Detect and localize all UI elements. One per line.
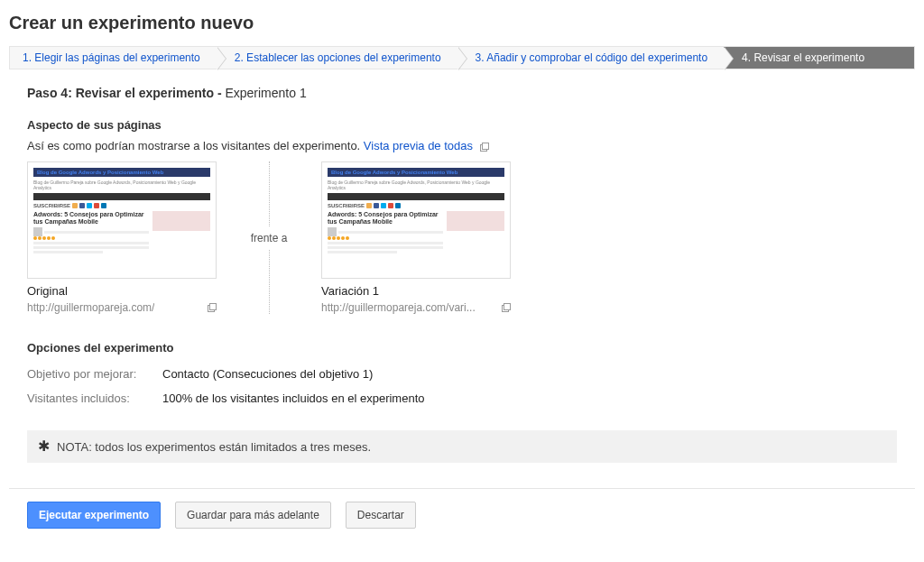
vs-label: frente a (251, 226, 288, 250)
experiment-name: Experimento 1 (225, 86, 306, 100)
vs-divider: frente a (233, 161, 305, 314)
save-for-later-button[interactable]: Guardar para más adelante (175, 502, 331, 529)
discard-button[interactable]: Descartar (346, 502, 416, 529)
compare-row: Blog de Google Adwords y Posicionamiento… (27, 161, 897, 314)
step-1[interactable]: 1. Elegir las páginas del experimento (10, 47, 217, 69)
original-url: http://guillermopareja.com/ (27, 301, 154, 314)
option-objective-row: Objetivo por mejorar: Contacto (Consecuc… (27, 362, 897, 386)
option-objective-label: Objetivo por mejorar: (27, 367, 162, 381)
thumb-title: Blog de Google Adwords y Posicionamiento… (37, 170, 163, 175)
intro-text: Así es como podrían mostrarse a los visi… (27, 139, 897, 152)
note-box: ✱ NOTA: todos los experimentos están lim… (27, 430, 897, 463)
step-4: 4. Revisar el experimento (724, 47, 914, 69)
preview-all-link[interactable]: Vista previa de todas (364, 139, 473, 152)
step-heading-prefix: Paso 4: Revisar el experimento - (27, 86, 225, 100)
svg-rect-5 (504, 304, 511, 310)
option-visitors-value: 100% de los visitantes incluidos en el e… (162, 392, 425, 405)
options-table: Objetivo por mejorar: Contacto (Consecuc… (27, 362, 897, 410)
step-3[interactable]: 3. Añadir y comprobar el código del expe… (457, 47, 724, 69)
page-title: Crear un experimento nuevo (9, 13, 915, 33)
option-objective-value: Contacto (Consecuciones del objetivo 1) (162, 367, 373, 381)
variation-url: http://guillermopareja.com/vari... (321, 301, 476, 314)
popout-icon[interactable] (480, 143, 489, 152)
thumb-title-var: Blog de Google Adwords y Posicionamiento… (331, 170, 457, 175)
thumb-subline: Blog de Guillermo Pareja sobre Google Ad… (33, 180, 210, 190)
note-text: NOTA: todos los experimentos están limit… (57, 440, 371, 454)
thumb-iconsrow-var: SUSCRIBIRSE (328, 203, 504, 208)
wizard-stepper: 1. Elegir las páginas del experimento 2.… (9, 46, 915, 69)
thumb-subline-var: Blog de Guillermo Pareja sobre Google Ad… (328, 180, 504, 190)
original-label: Original (27, 284, 217, 298)
thumb-headline-var: Adwords: 5 Consejos para Optimizar tus C… (328, 211, 443, 225)
variation-card: Blog de Google Adwords y Posicionamiento… (321, 161, 511, 314)
svg-rect-1 (482, 143, 488, 149)
variation-popout-icon[interactable] (502, 303, 511, 312)
step-2[interactable]: 2. Establecer las opciones del experimen… (217, 47, 457, 69)
variation-thumb[interactable]: Blog de Google Adwords y Posicionamiento… (321, 161, 511, 279)
option-visitors-label: Visitantes incluidos: (27, 392, 162, 405)
option-visitors-row: Visitantes incluidos: 100% de los visita… (27, 386, 897, 410)
svg-rect-3 (210, 304, 217, 310)
original-card: Blog de Google Adwords y Posicionamiento… (27, 161, 217, 314)
thumb-iconsrow: SUSCRIBIRSE (33, 203, 210, 208)
options-title: Opciones del experimento (27, 341, 897, 355)
section-look-title: Aspecto de sus páginas (27, 118, 897, 132)
step-heading: Paso 4: Revisar el experimento - Experim… (27, 86, 897, 100)
original-thumb[interactable]: Blog de Google Adwords y Posicionamiento… (27, 161, 217, 279)
run-experiment-button[interactable]: Ejecutar experimento (27, 502, 161, 529)
variation-label: Variación 1 (321, 284, 511, 298)
thumb-headline: Adwords: 5 Consejos para Optimizar tus C… (33, 211, 149, 225)
footer-buttons: Ejecutar experimento Guardar para más ad… (27, 489, 897, 538)
thumb-nav (33, 193, 210, 200)
star-icon: ✱ (38, 439, 50, 454)
thumb-nav-var (328, 193, 504, 200)
original-popout-icon[interactable] (208, 303, 217, 312)
intro-text-content: Así es como podrían mostrarse a los visi… (27, 139, 364, 152)
